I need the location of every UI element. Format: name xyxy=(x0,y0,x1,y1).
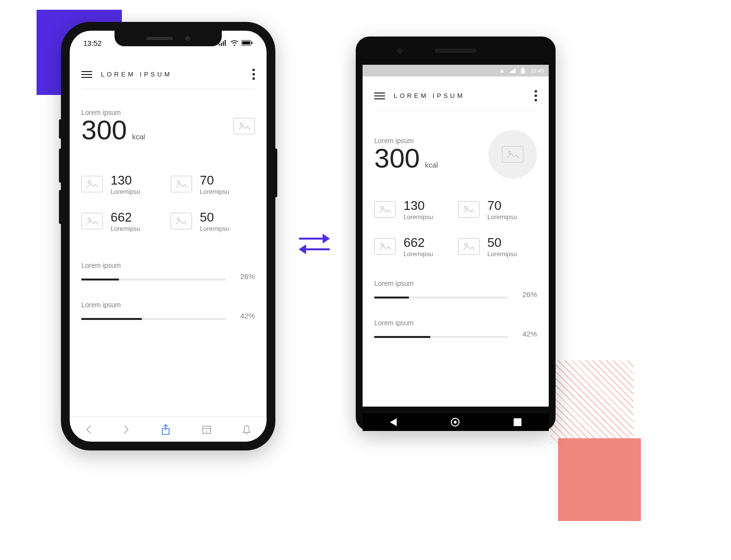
stat-label: Loremipsu xyxy=(487,250,517,258)
sync-arrows-icon xyxy=(292,224,336,263)
menu-icon[interactable] xyxy=(81,71,92,78)
progress-percent: 26% xyxy=(233,272,255,280)
progress-label: Lorem ipsum xyxy=(81,261,255,269)
iphone-device-frame: 13:52 LOREM IPSUM Lorem ipsum 300 kcal xyxy=(61,22,275,450)
stat-label: Loremipsu xyxy=(111,225,140,232)
signal-icon xyxy=(219,40,228,46)
progress-list: Lorem ipsum 26% Lorem ipsum 42% xyxy=(81,261,255,320)
decorative-coral-square xyxy=(558,438,641,521)
stat-value: 50 xyxy=(200,210,230,225)
menu-icon[interactable] xyxy=(374,93,385,99)
image-placeholder-icon xyxy=(171,213,192,229)
image-placeholder-icon xyxy=(81,213,103,229)
stat-value: 70 xyxy=(200,173,230,188)
svg-rect-1 xyxy=(221,43,222,46)
svg-rect-0 xyxy=(219,44,220,46)
stat-label: Loremipsu xyxy=(200,225,230,232)
svg-text:1: 1 xyxy=(205,429,208,433)
wifi-icon xyxy=(231,40,238,46)
stat-label: Loremipsu xyxy=(404,213,433,221)
stat-item: 662Loremipsu xyxy=(374,235,453,258)
stat-label: Loremipsu xyxy=(487,213,517,221)
svg-rect-5 xyxy=(242,41,250,44)
image-placeholder-icon xyxy=(374,201,396,218)
android-screen: 15:45 LOREM IPSUM Lorem ipsum 300 kcal xyxy=(363,65,549,407)
svg-point-21 xyxy=(381,243,384,246)
stat-value: 50 xyxy=(487,235,517,250)
stat-label: Loremipsu xyxy=(111,188,140,195)
ios-bottom-toolbar: 1 xyxy=(70,416,267,442)
forward-icon[interactable] xyxy=(123,425,130,434)
back-icon[interactable] xyxy=(85,425,92,434)
stat-item: 50Loremipsu xyxy=(171,210,255,232)
progress-label: Lorem ipsum xyxy=(81,301,255,309)
progress-bar xyxy=(81,279,226,280)
avatar-placeholder[interactable] xyxy=(488,130,537,179)
hero-unit: kcal xyxy=(132,132,145,141)
decorative-stripes xyxy=(551,360,634,443)
hero-value: 300 xyxy=(81,114,127,145)
image-placeholder-icon xyxy=(81,176,103,192)
svg-point-10 xyxy=(88,218,91,221)
svg-rect-16 xyxy=(521,69,525,74)
svg-point-8 xyxy=(88,181,91,184)
svg-rect-17 xyxy=(522,68,524,69)
android-home-icon[interactable] xyxy=(451,418,460,427)
stats-grid: 130Loremipsu 70Loremipsu 662Loremipsu 50… xyxy=(81,173,255,232)
bell-icon[interactable] xyxy=(242,425,251,434)
image-placeholder-icon xyxy=(233,118,255,134)
svg-rect-3 xyxy=(225,40,226,46)
app-title: LOREM IPSUM xyxy=(101,71,172,78)
progress-bar xyxy=(81,318,226,320)
hero-value: 300 xyxy=(374,143,420,173)
svg-point-11 xyxy=(177,218,180,221)
image-placeholder-icon xyxy=(458,238,480,255)
svg-point-18 xyxy=(509,151,511,154)
stat-value: 130 xyxy=(404,198,433,213)
android-device-frame: 15:45 LOREM IPSUM Lorem ipsum 300 kcal xyxy=(356,37,556,431)
ios-time: 13:52 xyxy=(83,39,102,47)
progress-item: Lorem ipsum 42% xyxy=(374,319,537,338)
stat-label: Loremipsu xyxy=(404,250,433,258)
more-icon[interactable] xyxy=(252,69,255,80)
app-viewport-ios: LOREM IPSUM Lorem ipsum 300 kcal xyxy=(70,55,267,417)
image-placeholder-icon xyxy=(502,146,523,163)
stat-item: 662Loremipsu xyxy=(81,210,166,232)
progress-percent: 42% xyxy=(233,312,255,320)
progress-list: Lorem ipsum 26% Lorem ipsum 42% xyxy=(374,280,537,338)
android-recent-icon[interactable] xyxy=(514,418,521,426)
stat-value: 662 xyxy=(404,235,433,250)
more-icon[interactable] xyxy=(535,90,537,101)
hero-unit: kcal xyxy=(425,161,438,169)
stat-item: 70Loremipsu xyxy=(171,173,255,195)
svg-point-7 xyxy=(240,123,243,126)
progress-label: Lorem ipsum xyxy=(374,319,537,327)
stat-label: Loremipsu xyxy=(200,188,230,195)
image-placeholder-icon xyxy=(374,238,396,255)
progress-bar xyxy=(374,297,508,299)
hero-metric: Lorem ipsum 300 kcal xyxy=(374,111,537,179)
stat-item: 70Loremipsu xyxy=(458,198,537,221)
share-icon[interactable] xyxy=(161,424,171,435)
battery-icon xyxy=(241,40,253,46)
image-placeholder-icon xyxy=(458,201,480,218)
stat-value: 130 xyxy=(111,173,140,188)
progress-label: Lorem ipsum xyxy=(374,280,537,287)
stat-item: 130Loremipsu xyxy=(374,198,453,221)
svg-rect-2 xyxy=(223,41,224,46)
progress-item: Lorem ipsum 42% xyxy=(81,301,255,320)
stat-value: 70 xyxy=(487,198,517,213)
android-status-bar: 15:45 xyxy=(363,65,549,76)
android-time: 15:45 xyxy=(530,68,544,74)
progress-bar xyxy=(374,336,508,338)
svg-point-9 xyxy=(177,181,180,184)
image-placeholder-icon xyxy=(171,176,192,192)
android-back-icon[interactable] xyxy=(390,418,397,426)
stat-item: 130Loremipsu xyxy=(81,173,166,195)
app-viewport-android: LOREM IPSUM Lorem ipsum 300 kcal xyxy=(363,76,549,407)
calendar-icon[interactable]: 1 xyxy=(202,425,212,434)
stat-item: 50Loremipsu xyxy=(458,235,537,258)
stat-value: 662 xyxy=(111,210,140,225)
progress-percent: 26% xyxy=(516,290,537,299)
svg-point-19 xyxy=(381,206,384,209)
